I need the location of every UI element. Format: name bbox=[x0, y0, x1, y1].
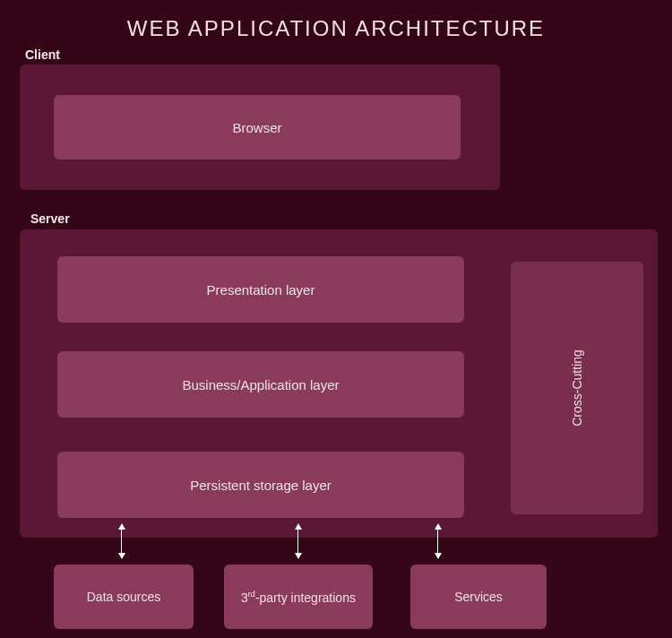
thirdparty-box: 3rd-party integrations bbox=[224, 565, 373, 629]
arrow-datasources bbox=[121, 523, 123, 559]
datasources-box: Data sources bbox=[54, 565, 194, 629]
arrow-services bbox=[437, 523, 439, 559]
thirdparty-label: 3rd-party integrations bbox=[241, 590, 356, 605]
server-section-label: Server bbox=[30, 211, 70, 226]
presentation-layer: Presentation layer bbox=[57, 256, 464, 323]
browser-layer: Browser bbox=[54, 95, 461, 160]
arrow-thirdparty bbox=[297, 523, 299, 559]
diagram-title: WEB APPLICATION ARCHITECTURE bbox=[0, 0, 672, 48]
client-section-label: Client bbox=[25, 47, 60, 62]
crosscutting-label: Cross-Cutting bbox=[570, 349, 584, 427]
storage-layer: Persistent storage layer bbox=[57, 452, 464, 518]
business-layer: Business/Application layer bbox=[57, 351, 464, 418]
services-box: Services bbox=[410, 565, 547, 629]
crosscutting-layer: Cross-Cutting bbox=[511, 262, 643, 514]
